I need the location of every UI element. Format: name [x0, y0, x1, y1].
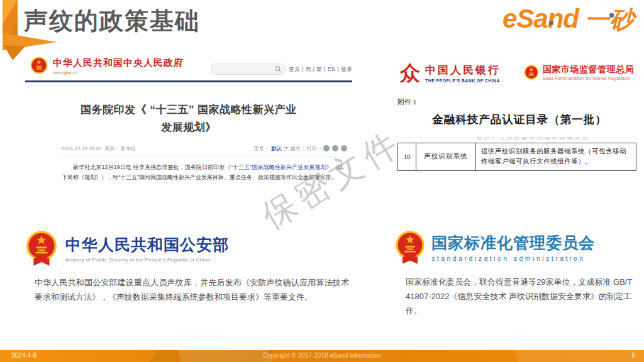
gov-site-header: 中华人民共和国中央人民政府 www.gov.cn 首页 | 简 | 繁 | EN…: [25, 53, 352, 80]
pboc-logo: 众 中国人民银行 THE PEOPLE'S BANK OF CHINA: [400, 63, 501, 83]
samr-logo-text: 国家市场监督管理总局 State Administration for Mark…: [543, 64, 634, 80]
logo-dot: [609, 13, 614, 18]
sac-name: 国家标准化管理委员会: [431, 233, 595, 253]
attachment-label: 附件 1: [397, 97, 641, 107]
meta-separator: |: [319, 146, 321, 151]
body-link[interactable]: 《“十三五”国家战略性新兴产业发展规划》: [225, 164, 332, 170]
gov-website-screenshot: 中华人民共和国中央人民政府 www.gov.cn 首页 | 简 | 繁 | EN…: [25, 53, 352, 195]
article-meta-right: 字号： 默认 大 超大 | 打印 |: [254, 145, 347, 152]
gov-article-body: 新华社北京12月19日电 经李克强总理签批，国务院日前印发《“十三五”国家战略性…: [62, 162, 343, 183]
headline-line-1: 国务院印发《 “十三五” 国家战略性新兴产业: [25, 101, 352, 119]
mps-description: 中华人民共和国公安部建设重点人员声纹库，并先后发布《安防声纹确认应用算法技术要求…: [35, 275, 349, 305]
mps-name: 中华人民共和国公安部: [65, 234, 229, 255]
samr-logo: 国家市场监督管理总局 State Administration for Mark…: [524, 64, 634, 80]
national-emblem-icon: [25, 230, 58, 266]
search-icon: [274, 65, 282, 73]
sac-name-en: standardization administration: [431, 255, 595, 262]
table-row: 10 声纹识别系统 提供声纹识别服务的服务器端系统（可包含移动终端客户端可执行文…: [398, 143, 636, 171]
clipped-text: 提供声纹识别服务的服务器端系统: [476, 137, 641, 142]
article-date: 2016-12-19 18:00: [62, 146, 101, 151]
page-title: 声纹的政策基础: [24, 5, 200, 37]
share-icon[interactable]: [323, 145, 330, 151]
logo-dot: [549, 21, 553, 25]
pboc-logo-text: 中国人民银行 THE PEOPLE'S BANK OF CHINA: [425, 63, 501, 83]
gov-url-gov: gov: [64, 70, 71, 75]
gov-site-url: www.gov.cn: [53, 70, 184, 75]
meta-separator: |: [303, 146, 304, 151]
font-size-options[interactable]: 大 超大: [284, 145, 301, 152]
cell-number: 10: [398, 143, 416, 171]
print-button[interactable]: 打印: [307, 145, 317, 152]
sac-description: 国家标准化委员会，联合得意音通等29家单位，文成标准 GB/T 41807-20…: [406, 275, 640, 318]
mps-name-en: Ministry of Public Security of the Peopl…: [65, 257, 229, 263]
mps-logo: 中华人民共和国公安部 Ministry of Public Security o…: [25, 230, 229, 266]
national-emblem-icon: [395, 230, 425, 265]
share-icon[interactable]: [341, 145, 347, 151]
pboc-name-en: THE PEOPLE'S BANK OF CHINA: [425, 79, 501, 83]
slide: 声纹的政策基础 eSand一砂 中华人民共和国中央人民政府 www.gov.cn: [0, 0, 644, 362]
clipped-previous-row: 提供声纹识别服务的服务器端系统: [397, 137, 641, 143]
font-size-label: 字号：: [254, 145, 269, 152]
article-meta-left: 2016-12-19 18:00 来源： 新华社: [62, 145, 136, 152]
cell-description: 提供声纹识别服务的服务器端系统（可包含移动终端客户端可执行文件或组件等）。: [476, 143, 636, 171]
slide-footer: 2024-4-8 Copyright © 2017-2018 eSand Inf…: [0, 350, 644, 362]
share-icon[interactable]: [332, 145, 338, 151]
gov-article-headline: 国务院印发《 “十三五” 国家战略性新兴产业 发展规划》: [25, 101, 352, 136]
esand-logo-cjk: 一砂: [585, 6, 635, 33]
national-emblem-icon: [524, 65, 539, 80]
gov-search-input[interactable]: [211, 63, 286, 75]
pboc-bank-icon: 众: [400, 63, 420, 83]
esand-logo: eSand一砂: [502, 4, 635, 36]
gov-site-identity: 中华人民共和国中央人民政府 www.gov.cn: [53, 57, 184, 75]
sac-logo: 国家标准化管理委员会 standardization administratio…: [395, 230, 595, 265]
national-emblem-icon: [30, 57, 48, 74]
gov-header-divider: [25, 80, 352, 82]
gov-site-name: 中华人民共和国中央人民政府: [53, 57, 184, 69]
esand-logo-latin: eSand: [502, 4, 579, 33]
gov-url-www: www.: [53, 70, 64, 75]
headline-line-2: 发展规划》: [25, 119, 352, 136]
gov-article-meta: 2016-12-19 18:00 来源： 新华社 字号： 默认 大 超大 | 打…: [62, 145, 347, 153]
gov-url-cn: .cn: [71, 70, 77, 75]
samr-name-en: State Administration for Market Regulati…: [543, 76, 634, 80]
mps-logo-text: 中华人民共和国公安部 Ministry of Public Security o…: [65, 234, 229, 263]
font-size-default[interactable]: 默认: [272, 145, 282, 152]
meta-divider: [62, 156, 347, 157]
certification-catalog-document: 附件 1 金融科技产品认证目录（第一批） 提供声纹识别服务的服务器端系统 10 …: [397, 97, 641, 171]
cell-product-name: 声纹识别系统: [416, 143, 476, 171]
sac-logo-text: 国家标准化管理委员会 standardization administratio…: [431, 233, 595, 262]
attachment-title: 金融科技产品认证目录（第一批）: [397, 112, 641, 127]
samr-name: 国家市场监督管理总局: [543, 64, 634, 75]
gov-nav-links[interactable]: 首页 | 简 | 繁 | EN | 登录: [289, 66, 352, 74]
body-text: 新华社北京12月19日电 经李克强总理签批，国务院日前印发: [73, 164, 225, 170]
footer-copyright: Copyright © 2017-2018 eSand Information: [0, 352, 644, 359]
footer-page-number: 5: [631, 352, 635, 359]
article-source: 来源： 新华社: [104, 146, 136, 151]
pboc-name: 中国人民银行: [425, 63, 501, 77]
catalog-table: 10 声纹识别系统 提供声纹识别服务的服务器端系统（可包含移动终端客户端可执行文…: [397, 143, 636, 171]
